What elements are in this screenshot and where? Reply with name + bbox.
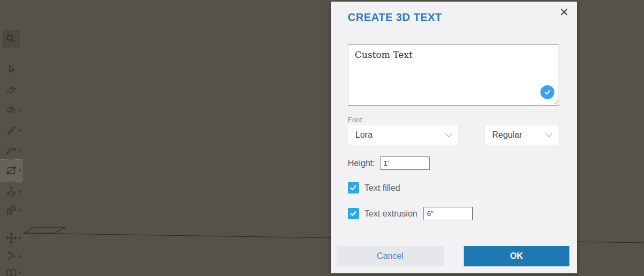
text-extrusion-checkbox[interactable] [348,208,359,219]
select-tool-button[interactable] [0,59,23,79]
extrusion-depth-input[interactable] [423,207,473,220]
tape-measure-icon [5,266,18,276]
eraser-icon [5,84,17,96]
check-icon [544,88,551,96]
push-pull-tool-button[interactable] [0,182,23,202]
move-icon [5,232,18,244]
resize-handle-icon[interactable] [553,99,558,105]
text-filled-checkbox[interactable] [348,182,359,193]
shapes-tool-button[interactable] [0,160,23,181]
rectangle-icon [5,165,17,176]
check-icon [349,210,357,218]
custom-text-input[interactable]: Custom Text [348,44,559,106]
text-input-container: Custom Text [348,44,559,106]
dialog-title: CREATE 3D TEXT [348,11,442,24]
move-tool-button[interactable] [0,228,23,248]
font-style-value: Regular [492,130,522,140]
submenu-chevron-icon [19,271,21,274]
close-icon[interactable]: ✕ [558,6,570,19]
text-extrusion-label: Text extrusion [364,209,418,219]
eraser-tool-button[interactable] [0,80,23,100]
font-style-dropdown[interactable]: Regular [485,125,559,145]
text-filled-row: Text filled [348,182,400,193]
submenu-chevron-icon [19,169,21,172]
search-tool-button[interactable] [1,29,20,48]
submenu-chevron-icon [19,129,21,132]
submenu-chevron-icon [19,109,21,112]
line-tool-button[interactable] [0,120,23,140]
cancel-button[interactable]: Cancel [336,246,444,266]
rotate-icon [5,250,17,262]
chevron-down-icon [445,133,452,138]
create-3d-text-dialog: CREATE 3D TEXT ✕ Custom Text Font: Lora … [331,2,577,273]
submenu-chevron-icon [19,236,21,240]
submenu-chevron-icon [19,190,21,193]
text-confirmed-badge [540,85,554,99]
chevron-down-icon [545,133,553,138]
tool-palette [0,0,24,276]
font-label: Font: [348,116,364,124]
offset-tool-button[interactable] [0,200,23,220]
ok-button[interactable]: OK [464,246,569,266]
arc-tool-button[interactable] [0,140,23,160]
paint-tool-button[interactable] [0,100,23,121]
font-family-value: Lora [355,130,372,140]
search-icon [5,33,16,44]
pencil-line-icon [5,124,17,136]
paint-icon [5,105,17,116]
submenu-chevron-icon [19,208,21,212]
text-extrusion-row: Text extrusion [348,207,473,220]
height-label: Height: [348,159,375,168]
check-icon [349,184,357,192]
text-filled-label: Text filled [364,183,400,193]
dialog-footer: Cancel OK [331,246,577,266]
submenu-chevron-icon [19,255,21,258]
arc-icon [5,144,17,156]
tape-measure-tool-button[interactable] [0,263,23,276]
drawn-parallelogram [24,227,65,233]
push-pull-icon [5,186,17,198]
font-select-row: Lora Regular [348,125,559,145]
height-row: Height: [348,156,430,170]
submenu-chevron-icon [19,148,21,152]
font-family-dropdown[interactable]: Lora [348,125,459,145]
select-cursor-icon [6,64,17,74]
height-input[interactable] [380,156,430,170]
offset-icon [5,204,17,216]
